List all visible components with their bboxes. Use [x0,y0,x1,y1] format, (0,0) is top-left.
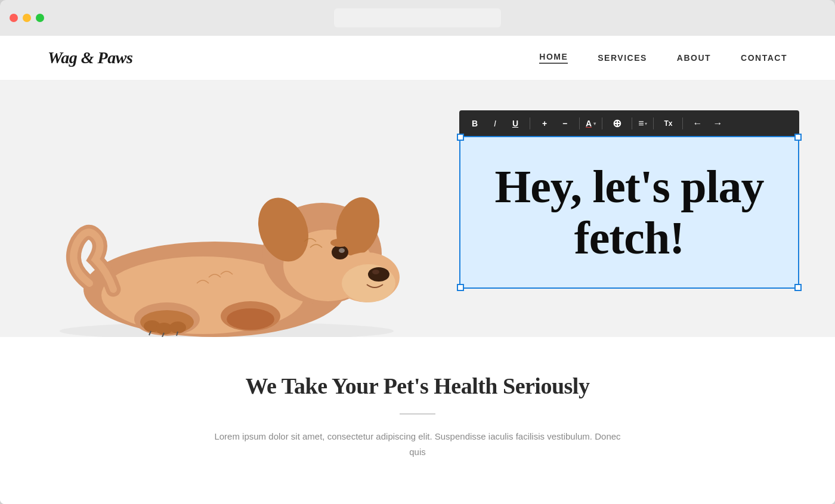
svg-point-9 [368,267,389,282]
decrease-size-button[interactable]: − [556,116,573,131]
minimize-button[interactable] [23,14,31,22]
color-dropdown-chevron: ▾ [593,121,596,126]
toolbar-divider-4 [632,118,632,129]
toolbar-divider-2 [579,118,580,129]
browser-content: Wag & Paws HOME SERVICES ABOUT CONTACT [0,36,835,504]
font-color-label: A [586,119,592,128]
resize-handle-tr[interactable] [794,134,802,141]
svg-point-8 [342,264,395,302]
close-button[interactable] [10,14,18,22]
redo-button[interactable]: → [709,116,726,131]
toolbar-divider-1 [530,118,530,129]
section-divider [400,413,435,415]
increase-size-button[interactable]: + [536,116,553,131]
align-icon: ≡ [638,118,644,129]
window-chrome [0,0,835,36]
resize-handle-br[interactable] [794,284,802,291]
nav-about[interactable]: ABOUT [677,53,711,63]
toolbar-divider-5 [653,118,654,129]
resize-handle-tl[interactable] [457,134,464,141]
italic-button[interactable]: I [487,116,503,131]
bold-button[interactable]: B [466,116,483,131]
hero-headline: Hey, let's play fetch! [490,161,768,264]
nav-home[interactable]: HOME [539,52,568,64]
align-dropdown[interactable]: ≡ ▾ [638,118,647,129]
dog-illustration [36,92,423,337]
content-section: We Take Your Pet's Health Seriously Lore… [0,337,835,504]
align-dropdown-chevron: ▾ [645,121,647,126]
svg-point-12 [339,248,345,253]
underline-button[interactable]: U [507,116,524,131]
undo-button[interactable]: ← [689,116,706,131]
hero-section: B I U + − A ▾ ⊕ [0,81,835,337]
font-color-button[interactable]: A ▾ [586,119,596,128]
address-bar[interactable] [334,8,501,27]
svg-point-13 [330,239,350,247]
toolbar-divider-3 [602,118,602,129]
site-header: Wag & Paws HOME SERVICES ABOUT CONTACT [0,36,835,81]
hero-text-block[interactable]: Hey, let's play fetch! [459,136,799,289]
maximize-button[interactable] [36,14,44,22]
traffic-lights [10,14,44,22]
site-logo: Wag & Paws [48,48,132,67]
svg-point-23 [227,308,274,330]
link-button[interactable]: ⊕ [608,115,626,132]
website: Wag & Paws HOME SERVICES ABOUT CONTACT [0,36,835,504]
toolbar-divider-6 [682,118,683,129]
site-nav: HOME SERVICES ABOUT CONTACT [539,52,787,64]
nav-contact[interactable]: CONTACT [741,53,787,63]
section-title: We Take Your Pet's Health Seriously [48,373,787,399]
resize-handle-bl[interactable] [457,284,464,291]
clear-format-button[interactable]: Tx [660,117,676,130]
text-formatting-toolbar: B I U + − A ▾ ⊕ [459,110,799,137]
text-block-wrapper: B I U + − A ▾ ⊕ [459,110,799,289]
nav-services[interactable]: SERVICES [598,53,647,63]
section-body: Lorem ipsum dolor sit amet, consectetur … [209,429,626,459]
svg-point-10 [372,270,379,274]
